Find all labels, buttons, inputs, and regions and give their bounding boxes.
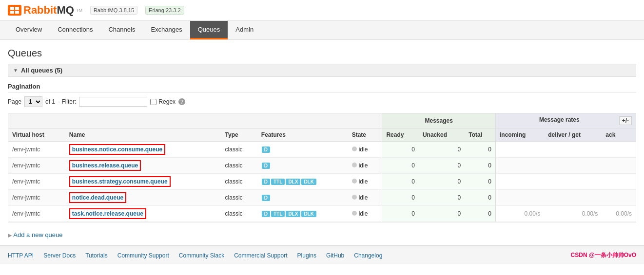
- regex-label[interactable]: Regex: [150, 98, 176, 105]
- th-ack: ack: [602, 128, 636, 142]
- th-type: Type: [221, 128, 257, 142]
- queue-name-link[interactable]: business.strategy.consume.queue: [69, 176, 171, 187]
- vhost-cell: /env-jwmtc: [8, 142, 65, 158]
- table-row[interactable]: /env-jwmtc notice.dead.queue classic D i…: [8, 190, 636, 206]
- features-cell: D: [257, 190, 348, 206]
- footer-community-support[interactable]: Community Support: [117, 252, 169, 259]
- vhost-cell: /env-jwmtc: [8, 158, 65, 174]
- table-row[interactable]: /env-jwmtc business.release.queue classi…: [8, 158, 636, 174]
- nav-queues[interactable]: Queues: [190, 21, 228, 39]
- ack-cell: [602, 190, 636, 206]
- filter-label: - Filter:: [58, 98, 76, 105]
- footer-community-slack[interactable]: Community Slack: [179, 252, 224, 259]
- regex-checkbox[interactable]: [150, 99, 156, 105]
- nav-channels[interactable]: Channels: [100, 21, 143, 39]
- state-icon: [352, 179, 357, 183]
- th-features: Features: [257, 128, 348, 142]
- th-virtual-host: Virtual host: [8, 128, 65, 142]
- th-name: [221, 113, 382, 128]
- ready-cell: 0: [382, 158, 419, 174]
- feature-badge-d: D: [262, 195, 270, 201]
- nav-admin[interactable]: Admin: [228, 21, 261, 39]
- svg-rect-2: [10, 11, 14, 14]
- feature-badge-d: D: [262, 179, 270, 185]
- features-cell: DTTLDLXDLK: [257, 174, 348, 190]
- ready-cell: 0: [382, 142, 419, 158]
- erlang-badge: Erlang 23.3.2: [145, 6, 184, 15]
- vhost-cell: /env-jwmtc: [8, 174, 65, 190]
- feature-badge-dlk: DLK: [301, 179, 316, 185]
- footer-changelog[interactable]: Changelog: [354, 252, 382, 259]
- queue-name-link[interactable]: task.notice.release.queue: [69, 208, 146, 219]
- footer-server-docs[interactable]: Server Docs: [43, 252, 76, 259]
- svg-rect-0: [10, 7, 14, 10]
- page-select[interactable]: 1: [24, 96, 42, 107]
- logo-tm: TM: [76, 8, 82, 13]
- deliver-cell: [544, 190, 602, 206]
- th-deliver: deliver / get: [544, 128, 602, 142]
- page-title: Queues: [8, 48, 636, 59]
- footer-commercial-support[interactable]: Commercial Support: [234, 252, 287, 259]
- queue-name-link[interactable]: business.notice.consume.queue: [69, 144, 165, 155]
- table-row[interactable]: /env-jwmtc task.notice.release.queue cla…: [8, 206, 636, 222]
- state-icon: [352, 195, 357, 200]
- type-cell: classic: [221, 158, 257, 174]
- footer-tutorials[interactable]: Tutorials: [85, 252, 108, 259]
- unacked-cell: 0: [419, 158, 465, 174]
- page-of: of 1: [45, 98, 55, 105]
- th-ready: Ready: [382, 128, 419, 142]
- help-icon[interactable]: ?: [178, 98, 185, 105]
- messages-group-header: Messages: [382, 113, 496, 128]
- regex-text: Regex: [158, 98, 176, 105]
- th-unacked: Unacked: [419, 128, 465, 142]
- table-row[interactable]: /env-jwmtc business.strategy.consume.que…: [8, 174, 636, 190]
- filter-input[interactable]: [79, 97, 147, 107]
- rates-group-header: Message rates +/-: [495, 113, 636, 128]
- nav-exchanges[interactable]: Exchanges: [143, 21, 190, 39]
- incoming-cell: [495, 158, 544, 174]
- total-cell: 0: [465, 206, 495, 222]
- features-cell: D: [257, 142, 348, 158]
- unacked-cell: 0: [419, 174, 465, 190]
- nav-connections[interactable]: Connections: [50, 21, 100, 39]
- ack-cell: [602, 174, 636, 190]
- deliver-cell: 0.00/s: [544, 206, 602, 222]
- unacked-cell: 0: [419, 206, 465, 222]
- name-cell: business.release.queue: [65, 158, 221, 174]
- pagination-row: Page 1 of 1 - Filter: Regex ?: [8, 96, 636, 107]
- th-total: Total: [465, 128, 495, 142]
- queue-name-link[interactable]: business.release.queue: [69, 160, 141, 171]
- incoming-cell: 0.00/s: [495, 206, 544, 222]
- type-cell: classic: [221, 190, 257, 206]
- nav-overview[interactable]: Overview: [8, 21, 50, 39]
- ack-cell: [602, 142, 636, 158]
- logo-text: RabbitMQ: [23, 4, 74, 17]
- plus-minus-btn[interactable]: +/-: [619, 116, 632, 125]
- all-queues-section[interactable]: ▼ All queues (5): [8, 64, 636, 77]
- feature-badge-d: D: [262, 163, 270, 169]
- vhost-cell: /env-jwmtc: [8, 206, 65, 222]
- ack-cell: [602, 158, 636, 174]
- deliver-cell: [544, 174, 602, 190]
- footer: HTTP API Server Docs Tutorials Community…: [0, 245, 644, 264]
- th-incoming: incoming: [495, 128, 544, 142]
- table-row[interactable]: /env-jwmtc business.notice.consume.queue…: [8, 142, 636, 158]
- state-icon: [352, 211, 357, 216]
- unacked-cell: 0: [419, 190, 465, 206]
- deliver-cell: [544, 142, 602, 158]
- footer-http-api[interactable]: HTTP API: [8, 252, 34, 259]
- collapse-arrow: ▼: [13, 68, 18, 73]
- features-cell: DTTLDLXDLK: [257, 206, 348, 222]
- state-cell: idle: [348, 174, 382, 190]
- name-cell: notice.dead.queue: [65, 190, 221, 206]
- add-queue-link[interactable]: Add a new queue: [13, 231, 62, 238]
- queue-name-link[interactable]: notice.dead.queue: [69, 192, 126, 203]
- name-cell: business.notice.consume.queue: [65, 142, 221, 158]
- feature-badge-dlx: DLX: [286, 211, 300, 217]
- th-state: State: [348, 128, 382, 142]
- footer-github[interactable]: GitHub: [326, 252, 344, 259]
- state-icon: [352, 147, 357, 151]
- footer-plugins[interactable]: Plugins: [297, 252, 316, 259]
- table-header-groups: Virtual host Messages Message rates +/-: [8, 113, 636, 128]
- incoming-cell: [495, 142, 544, 158]
